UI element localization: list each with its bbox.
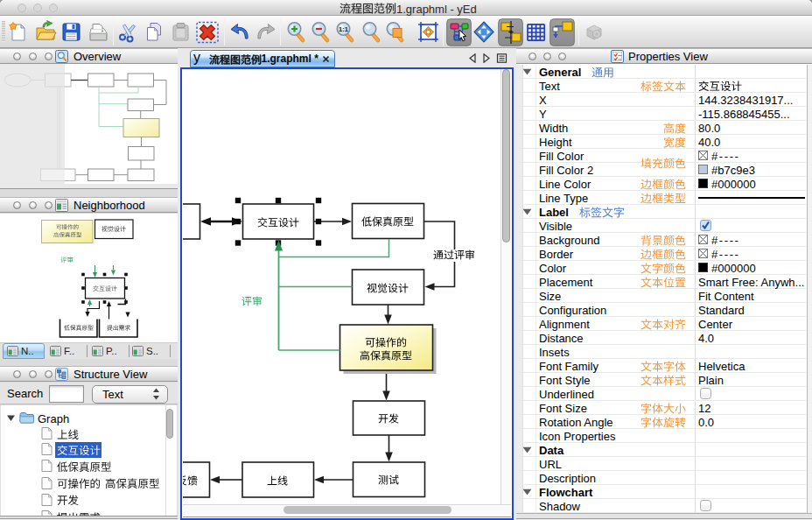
svg-text:1:1: 1:1 — [339, 25, 348, 33]
